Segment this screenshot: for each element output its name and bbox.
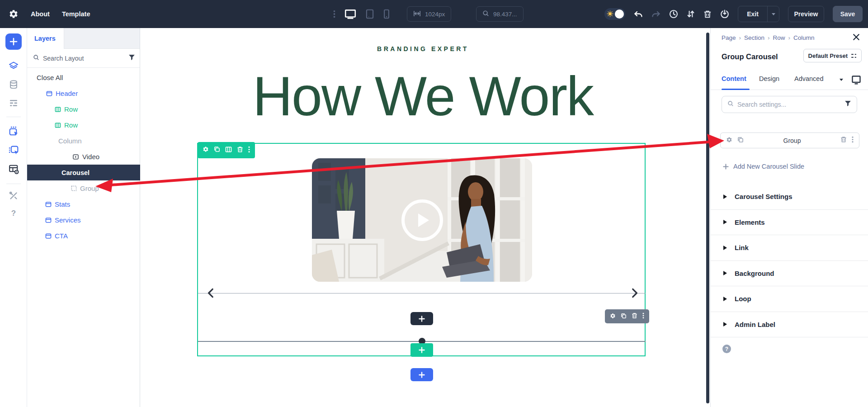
tree-item-row[interactable]: Row <box>27 101 140 117</box>
more-dots-icon[interactable] <box>333 10 335 18</box>
badge-duplicate-icon[interactable] <box>214 146 220 154</box>
settings-gear-icon[interactable] <box>9 9 19 19</box>
accordion-link[interactable]: Link <box>711 235 868 261</box>
database-icon[interactable] <box>0 80 27 90</box>
menu-about[interactable]: About <box>31 10 50 18</box>
accordion-carousel-settings[interactable]: Carousel Settings <box>711 184 868 210</box>
badge-trash-icon[interactable] <box>632 312 637 321</box>
save-label: Save <box>840 10 855 18</box>
accordion-elements[interactable]: Elements <box>711 210 868 236</box>
tree-item-label: Video <box>82 153 99 161</box>
badge-trash-icon[interactable] <box>237 146 243 155</box>
save-button[interactable]: Save <box>833 6 863 22</box>
power-import-icon[interactable] <box>720 9 729 19</box>
filter-icon[interactable] <box>844 100 851 109</box>
accordion-background[interactable]: Background <box>711 261 868 287</box>
sort-order-icon[interactable] <box>687 10 695 18</box>
breadcrumb-section[interactable]: Section <box>744 34 773 41</box>
carousel-prev-arrow[interactable] <box>204 286 218 300</box>
redo-icon[interactable] <box>651 10 660 18</box>
badge-columns-icon[interactable] <box>225 146 232 154</box>
insert-after-icon[interactable] <box>0 145 27 156</box>
help-icon[interactable] <box>0 209 27 219</box>
carousel-next-arrow[interactable] <box>627 286 641 300</box>
badge-gear-icon[interactable] <box>203 146 209 154</box>
breadcrumb-page[interactable]: Page <box>722 34 744 41</box>
dots-menu-icon[interactable] <box>852 136 854 145</box>
viewport-width-field[interactable]: 1024px <box>407 6 451 22</box>
default-preset-button[interactable]: Default Preset <box>803 49 862 62</box>
play-button[interactable] <box>401 199 443 241</box>
badge-duplicate-icon[interactable] <box>621 312 627 321</box>
settings-search-input[interactable] <box>737 101 841 108</box>
breadcrumb-row[interactable]: Row <box>773 34 794 41</box>
chevron-down-icon[interactable] <box>840 79 843 81</box>
accordion-label: Link <box>735 244 749 251</box>
accordion-loop[interactable]: Loop <box>711 286 868 312</box>
duplicate-icon[interactable] <box>737 137 744 145</box>
undo-icon[interactable] <box>634 10 643 18</box>
tree-item-group[interactable]: Group <box>27 180 140 196</box>
badge-dots-icon[interactable] <box>642 312 644 321</box>
chevron-right-icon <box>723 220 727 224</box>
editor-canvas: BRANDING EXPERT How We Work <box>140 28 710 407</box>
tree-item-header[interactable]: Header <box>27 85 140 101</box>
history-clock-icon[interactable] <box>669 9 678 19</box>
dark-mode-toggle[interactable] <box>604 8 625 20</box>
exit-button[interactable]: Exit <box>738 6 779 22</box>
tablet-view-icon[interactable] <box>365 9 374 19</box>
badge-dots-icon[interactable] <box>248 146 250 155</box>
tree-item-video[interactable]: Video <box>27 149 140 165</box>
preset-label: Default Preset <box>808 52 848 59</box>
close-icon[interactable] <box>853 33 860 43</box>
exit-dropdown-caret[interactable] <box>767 6 779 22</box>
tree-item-cta[interactable]: CTA <box>27 228 140 244</box>
trash-icon[interactable] <box>703 10 712 19</box>
panel-help-icon[interactable] <box>722 345 731 353</box>
trash-icon[interactable] <box>840 136 847 145</box>
layers-panel-icon[interactable] <box>0 61 27 71</box>
tools-icon[interactable] <box>0 191 27 201</box>
page-heading[interactable]: How We Work <box>140 61 706 133</box>
add-block-dark-button[interactable] <box>410 312 433 325</box>
settings-search <box>722 96 857 113</box>
tree-item-stats[interactable]: Stats <box>27 196 140 212</box>
tab-design[interactable]: Design <box>759 75 779 82</box>
breadcrumb-column[interactable]: Column <box>793 34 815 41</box>
fields-list-icon[interactable] <box>0 99 27 108</box>
add-section-blue-button[interactable] <box>410 368 433 381</box>
tab-content[interactable]: Content <box>722 75 746 82</box>
tree-item-column[interactable]: Column <box>27 133 140 149</box>
tree-item-services[interactable]: Services <box>27 212 140 228</box>
desktop-view-icon[interactable] <box>344 9 357 19</box>
layers-panel: Layers Close All Header Row <box>27 28 140 407</box>
filter-icon[interactable] <box>128 54 135 62</box>
add-element-button[interactable] <box>5 33 22 50</box>
eyebrow-text[interactable]: BRANDING EXPERT <box>140 45 706 52</box>
group-slide-row[interactable]: Group <box>720 133 859 148</box>
canvas-scrollbar[interactable] <box>706 33 709 403</box>
accordion-label: Admin Label <box>735 321 775 328</box>
zoom-level-field[interactable]: 98.437... <box>476 6 524 22</box>
preview-button[interactable]: Preview <box>788 6 824 22</box>
responsive-device-icon[interactable] <box>851 75 861 86</box>
tree-item-carousel-selected[interactable]: Carousel <box>27 165 140 180</box>
row-columns-icon <box>55 123 61 128</box>
tree-item-label: Stats <box>55 200 70 208</box>
tree-item-row[interactable]: Row <box>27 117 140 133</box>
component-settings-icon[interactable] <box>0 164 27 175</box>
tab-layers[interactable]: Layers <box>27 28 64 49</box>
menu-template[interactable]: Template <box>62 10 90 18</box>
tab-advanced[interactable]: Advanced <box>794 75 824 82</box>
zoom-search-icon <box>482 10 489 18</box>
close-all-label: Close All <box>37 74 63 81</box>
add-new-carousel-slide[interactable]: Add New Carousel Slide <box>723 163 804 170</box>
add-slide-green-button[interactable] <box>410 343 433 357</box>
tree-close-all[interactable]: Close All <box>27 70 140 85</box>
accordion-admin-label[interactable]: Admin Label <box>711 312 868 338</box>
insert-before-icon[interactable] <box>0 126 27 137</box>
badge-gear-icon[interactable] <box>610 312 616 321</box>
mobile-view-icon[interactable] <box>383 9 390 19</box>
layers-search-input[interactable] <box>43 55 125 62</box>
gear-icon[interactable] <box>726 137 732 145</box>
